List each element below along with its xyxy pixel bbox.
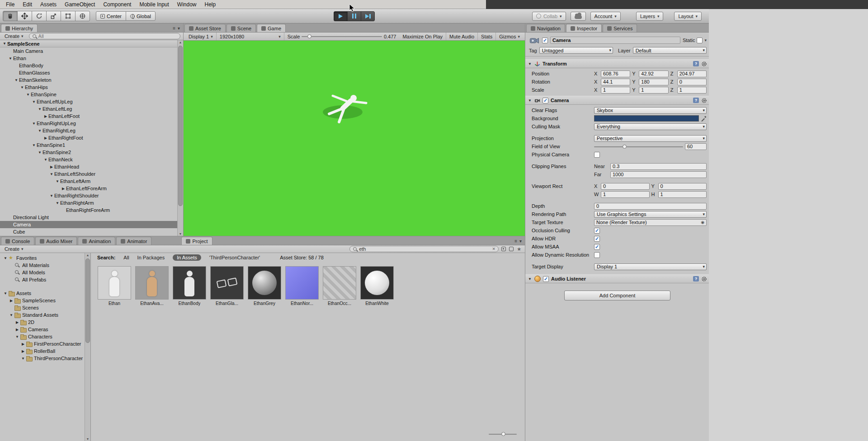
scale-z-field[interactable]: 1 — [677, 87, 707, 94]
project-tree-item[interactable]: All Models — [0, 269, 85, 276]
scale-tool-button[interactable] — [46, 11, 61, 21]
hierarchy-item[interactable]: ▼ EthanLeftShoulder — [0, 170, 177, 178]
clipping-near-field[interactable]: 0.3 — [610, 163, 707, 170]
space-toggle-button[interactable]: Global — [126, 11, 156, 21]
project-tree-item[interactable]: ▶ SampleScenes — [0, 297, 85, 304]
panel-tab[interactable]: Audio Mixer — [35, 237, 77, 245]
expand-arrow-icon[interactable]: ▼ — [8, 56, 13, 61]
gear-icon[interactable] — [701, 276, 707, 282]
hierarchy-item[interactable]: ▼ EthanLeftArm — [0, 178, 177, 185]
project-tree-item[interactable]: ▼ Standard Assets — [0, 311, 85, 319]
layout-dropdown[interactable]: Layout▾ — [674, 12, 702, 21]
asset-item[interactable]: EthanBody — [172, 266, 207, 306]
target-display-dropdown[interactable]: Display 1 — [594, 263, 707, 270]
hierarchy-scrollbar[interactable]: ▲ ▼ — [177, 40, 183, 236]
chevron-down-icon[interactable]: ▾ — [519, 239, 522, 244]
account-dropdown[interactable]: Account▾ — [590, 12, 621, 21]
expand-arrow-icon[interactable]: ▼ — [49, 172, 54, 176]
project-tree-item[interactable]: ▼ Favorites — [0, 254, 85, 262]
expand-arrow-icon[interactable]: ▼ — [49, 194, 54, 198]
field-of-view-slider[interactable] — [594, 143, 683, 150]
scope-in-assets[interactable]: In Assets — [173, 254, 201, 261]
display-dropdown[interactable]: Display 1▾ — [185, 33, 217, 40]
layer-dropdown[interactable]: Default — [633, 47, 707, 54]
menu-item[interactable]: Help — [201, 0, 220, 9]
menu-item[interactable]: GameObject — [61, 0, 99, 9]
background-color-swatch[interactable] — [594, 115, 699, 122]
chevron-down-icon[interactable]: ▾ — [178, 26, 180, 31]
step-button[interactable] — [361, 11, 375, 21]
asset-thumbnail[interactable] — [135, 266, 169, 300]
expand-arrow-icon[interactable]: ▼ — [2, 42, 7, 46]
menu-item[interactable]: Window — [173, 0, 201, 9]
asset-item[interactable]: EthanAva... — [135, 266, 169, 306]
collab-button[interactable]: Collab▾ — [532, 12, 566, 21]
menu-item[interactable]: Edit — [19, 0, 36, 9]
add-component-button[interactable]: Add Component — [564, 291, 670, 300]
foldout-open-icon[interactable]: ▼ — [528, 277, 532, 281]
hierarchy-item[interactable]: ▶ EthanRightFoot — [0, 134, 177, 141]
asset-item[interactable]: EthanGrey — [247, 266, 282, 306]
asset-item[interactable]: EthanGla... — [210, 266, 244, 306]
help-icon[interactable]: ? — [693, 61, 699, 66]
menu-item[interactable]: File — [2, 0, 19, 9]
panel-tab[interactable]: Inspector — [566, 24, 602, 32]
hierarchy-item[interactable]: ▼ EthanSpine1 — [0, 141, 177, 149]
search-by-label-icon[interactable] — [509, 247, 514, 251]
scrollbar-thumb[interactable] — [178, 46, 183, 206]
asset-thumbnail[interactable] — [210, 266, 244, 300]
scale-y-field[interactable]: 1 — [639, 87, 668, 94]
project-tree-item[interactable]: ▶ Cameras — [0, 326, 85, 333]
eyedropper-icon[interactable] — [701, 116, 707, 122]
transform-tool-button[interactable] — [75, 11, 90, 21]
hierarchy-item[interactable]: Camera — [0, 221, 177, 228]
game-viewport[interactable] — [184, 41, 525, 236]
hierarchy-item[interactable]: ▶ EthanLeftFoot — [0, 113, 177, 120]
expand-arrow-icon[interactable]: ▶ — [20, 349, 26, 353]
scope-all[interactable]: All — [123, 255, 129, 260]
asset-store-count[interactable]: Asset Store: 58 / 78 — [280, 255, 324, 260]
expand-arrow-icon[interactable]: ▶ — [14, 328, 20, 332]
clear-search-icon[interactable]: ✕ — [492, 247, 496, 251]
hierarchy-item[interactable]: ▼ EthanRightArm — [0, 199, 177, 206]
move-tool-button[interactable] — [17, 11, 32, 21]
clipping-far-field[interactable]: 1000 — [610, 171, 707, 178]
scroll-up-icon[interactable]: ▲ — [85, 253, 90, 257]
hierarchy-item[interactable]: Main Camera — [0, 47, 177, 55]
asset-thumbnail[interactable] — [248, 266, 281, 300]
project-create-button[interactable]: Create▾ — [2, 246, 26, 253]
foldout-open-icon[interactable]: ▼ — [528, 99, 532, 103]
panel-tab[interactable]: Animator — [116, 237, 151, 245]
rotation-z-field[interactable]: 0 — [677, 79, 707, 85]
panel-tab[interactable]: Game — [257, 24, 286, 32]
hierarchy-item[interactable]: ▼ EthanLeftUpLeg — [0, 98, 177, 105]
hierarchy-item[interactable]: Directional Light — [0, 214, 177, 221]
object-picker-icon[interactable]: ◉ — [701, 220, 704, 225]
hierarchy-item[interactable]: ▼ EthanLeftLeg — [0, 105, 177, 113]
expand-arrow-icon[interactable]: ▶ — [43, 114, 48, 118]
help-icon[interactable]: ? — [693, 276, 699, 281]
play-button[interactable] — [334, 11, 348, 21]
gameobject-name-field[interactable]: Camera — [550, 37, 680, 44]
favorites-star-icon[interactable]: ★ — [517, 247, 521, 252]
project-tree-item[interactable]: ▶ RollerBall — [0, 347, 85, 355]
pivot-toggle-button[interactable]: Center — [96, 11, 126, 21]
expand-arrow-icon[interactable]: ▶ — [43, 136, 48, 140]
viewport-x-field[interactable]: 0 — [601, 183, 650, 190]
culling-mask-dropdown[interactable]: Everything — [594, 123, 707, 130]
expand-arrow-icon[interactable]: ▼ — [3, 256, 8, 260]
chevron-down-icon[interactable]: ▾ — [704, 38, 707, 42]
rendering-path-dropdown[interactable]: Use Graphics Settings — [594, 211, 707, 218]
hierarchy-item[interactable]: ▼ EthanSkeleton — [0, 76, 177, 84]
expand-arrow-icon[interactable]: ▶ — [20, 342, 26, 346]
layers-dropdown[interactable]: Layers▾ — [636, 12, 664, 21]
expand-arrow-icon[interactable]: ▶ — [14, 320, 20, 324]
menu-item[interactable]: Assets — [36, 0, 61, 9]
scroll-up-icon[interactable]: ▲ — [178, 41, 183, 44]
expand-arrow-icon[interactable]: ▼ — [14, 78, 19, 82]
hierarchy-item[interactable]: EthanBody — [0, 62, 177, 69]
expand-arrow-icon[interactable]: ▶ — [49, 165, 54, 169]
viewport-h-field[interactable]: 1 — [658, 191, 707, 198]
camera-component-header[interactable]: ▼ ✓ Camera ? — [525, 96, 709, 105]
asset-item[interactable]: EthanOcc... — [322, 266, 357, 306]
